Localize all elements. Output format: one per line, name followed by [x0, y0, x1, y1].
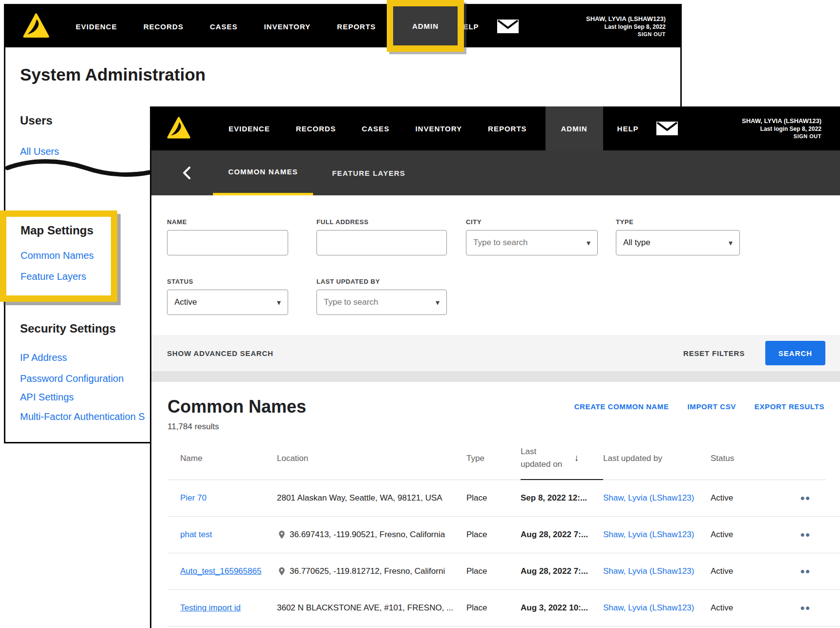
tab-feature-layers[interactable]: FEATURE LAYERS: [320, 150, 418, 195]
map-settings-heading: Map Settings: [21, 224, 111, 237]
row-location: 36.697413, -119.90521, Fresno, Californi…: [290, 530, 445, 540]
envelope-icon[interactable]: [497, 20, 519, 33]
nav-item-reports[interactable]: REPORTS: [337, 22, 376, 31]
city-dropdown[interactable]: Type to search: [466, 230, 598, 255]
results-count: 11,784 results: [168, 422, 306, 432]
security-section-heading: Security Settings: [20, 322, 116, 335]
column-header-location[interactable]: Location: [277, 442, 466, 480]
nav-item-cases[interactable]: CASES: [362, 125, 390, 133]
column-header-last-updated-by[interactable]: Last updated by: [603, 442, 711, 480]
user-name: SHAW, LYVIA (LSHAW123): [742, 117, 821, 126]
nav-item-admin[interactable]: ADMIN: [412, 22, 439, 30]
column-header-status[interactable]: Status: [711, 442, 784, 480]
column-header-type[interactable]: Type: [466, 442, 521, 480]
foreground-window: EVIDENCE RECORDS CASES INVENTORY REPORTS…: [150, 106, 840, 628]
nav-item-records[interactable]: RECORDS: [296, 125, 336, 133]
nav-item-inventory[interactable]: INVENTORY: [264, 22, 311, 31]
axon-logo-icon[interactable]: [23, 13, 49, 40]
filter-field-city: CITY Type to search: [466, 218, 598, 255]
nav-item-cases[interactable]: CASES: [210, 22, 238, 31]
envelope-icon[interactable]: [656, 122, 678, 135]
results-section: Common Names 11,784 results CREATE COMMO…: [151, 382, 840, 627]
tab-common-names[interactable]: COMMON NAMES: [213, 150, 313, 195]
back-button[interactable]: [182, 150, 193, 195]
admin-highlight-annotation: ADMIN: [387, 0, 464, 52]
results-title: Common Names: [168, 397, 306, 417]
row-name-link[interactable]: Testing import id: [180, 603, 241, 612]
sidebar-link-ip-address[interactable]: IP Address: [20, 352, 67, 363]
row-updated-by-link[interactable]: Shaw, Lyvia (LShaw123): [603, 493, 694, 502]
type-dropdown[interactable]: All type: [616, 230, 740, 255]
admin-tab-label: ADMIN: [561, 125, 588, 133]
city-placeholder: Type to search: [473, 238, 528, 248]
main-navbar-foreground: EVIDENCE RECORDS CASES INVENTORY REPORTS…: [151, 106, 840, 150]
row-more-options-icon[interactable]: ••: [784, 528, 826, 542]
row-more-options-icon[interactable]: ••: [784, 565, 826, 578]
nav-item-evidence[interactable]: EVIDENCE: [229, 125, 270, 133]
sign-out-link[interactable]: SIGN OUT: [742, 133, 821, 140]
show-advanced-search-link[interactable]: SHOW ADVANCED SEARCH: [167, 349, 273, 357]
nav-items: EVIDENCE RECORDS CASES INVENTORY REPORTS: [229, 125, 527, 133]
column-header-last-updated-on[interactable]: Last updated on ↓: [521, 442, 603, 480]
filter-field-status: STATUS Active: [167, 278, 288, 315]
reset-filters-link[interactable]: RESET FILTERS: [683, 349, 745, 357]
map-settings-highlight-annotation: Map Settings Common Names Feature Layers: [0, 210, 117, 302]
sidebar-link-feature-layers[interactable]: Feature Layers: [21, 271, 111, 282]
sidebar-link-all-users[interactable]: All Users: [20, 146, 59, 157]
row-updated-by-link[interactable]: Shaw, Lyvia (LShaw123): [603, 566, 694, 576]
export-results-link[interactable]: EXPORT RESULTS: [755, 402, 824, 432]
user-last-login: Last login Sep 8, 2022: [742, 125, 821, 133]
nav-item-help[interactable]: HELP: [617, 125, 639, 133]
filter-field-type: TYPE All type: [616, 218, 740, 255]
sidebar-link-multi-factor-authentication[interactable]: Multi-Factor Authentication S: [20, 411, 145, 422]
map-pin-icon: [277, 566, 287, 576]
page-title: System Administration: [20, 65, 206, 84]
row-updated-on: Sep 8, 2022 12:...: [521, 493, 603, 503]
admin-subnav: COMMON NAMES FEATURE LAYERS: [151, 150, 840, 195]
create-common-name-link[interactable]: CREATE COMMON NAME: [574, 402, 669, 432]
full-address-input[interactable]: [316, 230, 447, 255]
import-csv-link[interactable]: IMPORT CSV: [688, 402, 736, 432]
nav-item-records[interactable]: RECORDS: [144, 22, 184, 31]
row-updated-by-link[interactable]: Shaw, Lyvia (LShaw123): [603, 603, 694, 612]
row-name-link[interactable]: Pier 70: [180, 493, 207, 502]
sign-out-link[interactable]: SIGN OUT: [586, 31, 666, 38]
table-row: phat test 36.697413, -119.90521, Fresno,…: [168, 517, 840, 553]
sidebar-link-common-names[interactable]: Common Names: [21, 250, 111, 261]
status-dropdown[interactable]: Active: [167, 290, 288, 315]
search-button[interactable]: SEARCH: [765, 341, 825, 365]
row-more-options-icon[interactable]: ••: [784, 601, 826, 615]
row-name-link[interactable]: phat test: [180, 530, 212, 539]
row-updated-on: Aug 28, 2022 7:...: [521, 530, 603, 540]
sidebar-link-password-configuration[interactable]: Password Configuration: [20, 373, 124, 384]
row-updated-by-link[interactable]: Shaw, Lyvia (LShaw123): [603, 530, 694, 539]
nav-item-inventory[interactable]: INVENTORY: [415, 125, 462, 133]
sort-descending-icon[interactable]: ↓: [574, 453, 579, 463]
sidebar-link-api-settings[interactable]: API Settings: [20, 392, 74, 403]
status-label: STATUS: [167, 278, 288, 285]
nav-item-evidence[interactable]: EVIDENCE: [76, 22, 117, 31]
search-filter-panel: NAME FULL ADDRESS CITY Type to search TY…: [151, 218, 840, 371]
row-location: 2801 Alaskan Way, Seattle, WA, 98121, US…: [277, 493, 442, 503]
full-address-label: FULL ADDRESS: [316, 218, 447, 226]
row-location: 3602 N BLACKSTONE AVE, #101, FRESNO, ...: [277, 603, 453, 613]
name-input[interactable]: [167, 230, 288, 255]
axon-logo-icon[interactable]: [167, 117, 190, 140]
column-header-name[interactable]: Name: [168, 442, 277, 480]
last-updated-on-label: Last updated on: [521, 445, 567, 471]
status-value: Active: [174, 297, 197, 307]
row-type: Place: [466, 493, 521, 503]
row-updated-on: Aug 28, 2022 7:...: [521, 566, 603, 576]
last-updated-by-dropdown[interactable]: Type to search: [316, 290, 447, 315]
row-name-link[interactable]: Auto_test_165965865: [180, 566, 261, 576]
user-last-login: Last login Sep 8, 2022: [586, 23, 666, 31]
last-updated-by-placeholder: Type to search: [324, 297, 378, 307]
row-status: Active: [711, 566, 784, 576]
back-chevron-icon: [182, 166, 192, 180]
row-more-options-icon[interactable]: ••: [784, 491, 826, 505]
row-location: 36.770625, -119.812712, Fresno, Californ…: [290, 566, 445, 576]
filter-footer: SHOW ADVANCED SEARCH RESET FILTERS SEARC…: [151, 335, 840, 371]
nav-items: EVIDENCE RECORDS CASES INVENTORY REPORTS: [76, 22, 376, 31]
nav-item-admin-active[interactable]: ADMIN: [546, 106, 603, 150]
nav-item-reports[interactable]: REPORTS: [488, 125, 527, 133]
